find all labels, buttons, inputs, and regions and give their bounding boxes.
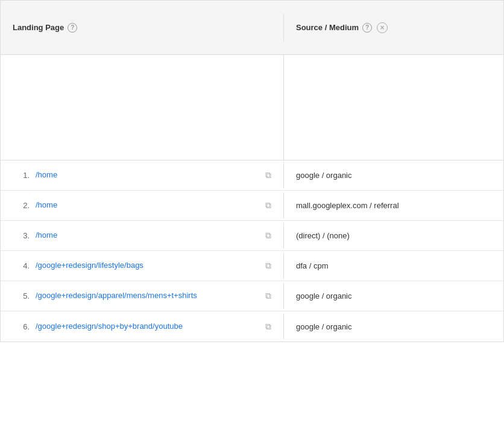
table-row: 2. /home ⧉ mall.googleplex.com / referra… [1,191,503,221]
source-medium-value: google / organic [296,322,352,331]
page-link[interactable]: /google+redesign/lifestyle/bags [36,260,260,271]
table-body: 1. /home ⧉ google / organic 2. /home ⧉ m… [1,160,503,341]
right-cell: mall.googleplex.com / referral [284,194,503,217]
landing-page-header: Landing Page ? [1,14,284,42]
source-medium-value: google / organic [296,291,352,300]
copy-icon[interactable]: ⧉ [265,200,271,211]
page-link[interactable]: /home [36,170,260,180]
table-row: 3. /home ⧉ (direct) / (none) [1,221,503,251]
left-cell: 5. /google+redesign/apparel/mens/mens+t+… [1,283,284,308]
landing-page-help-icon[interactable]: ? [68,23,77,33]
source-medium-value: google / organic [296,171,352,180]
row-number: 4. [13,261,30,270]
source-medium-help-icon[interactable]: ? [362,23,372,33]
right-cell: dfa / cpm [284,254,503,278]
empty-section [1,55,503,160]
table-row: 4. /google+redesign/lifestyle/bags ⧉ dfa… [1,251,503,281]
row-number: 1. [13,171,30,180]
copy-icon[interactable]: ⧉ [265,170,271,180]
left-cell: 2. /home ⧉ [1,192,284,218]
right-cell: google / organic [284,284,503,308]
copy-icon[interactable]: ⧉ [265,322,271,332]
right-cell: google / organic [284,315,503,338]
table-header: Landing Page ? Source / Medium ? × [1,1,503,55]
page-link[interactable]: /home [36,200,260,211]
empty-left [1,55,284,160]
table-row: 5. /google+redesign/apparel/mens/mens+t+… [1,281,503,311]
left-cell: 3. /home ⧉ [1,223,284,248]
right-cell: (direct) / (none) [284,224,503,247]
page-link[interactable]: /google+redesign/shop+by+brand/youtube [36,321,260,332]
row-number: 3. [13,231,30,240]
copy-icon[interactable]: ⧉ [265,261,271,271]
copy-icon[interactable]: ⧉ [265,230,271,241]
right-cell: google / organic [284,164,503,187]
left-cell: 6. /google+redesign/shop+by+brand/youtub… [1,314,284,339]
table-row: 1. /home ⧉ google / organic [1,160,503,191]
page-link[interactable]: /home [36,230,260,241]
row-number: 6. [13,322,30,331]
row-number: 2. [13,201,30,210]
copy-icon[interactable]: ⧉ [265,291,271,301]
source-medium-value: (direct) / (none) [296,231,350,240]
left-cell: 1. /home ⧉ [1,162,284,188]
source-medium-value: dfa / cpm [296,261,328,270]
table-row: 6. /google+redesign/shop+by+brand/youtub… [1,311,503,341]
source-medium-close-icon[interactable]: × [377,22,388,33]
left-cell: 4. /google+redesign/lifestyle/bags ⧉ [1,253,284,278]
empty-right [284,55,503,160]
source-medium-label: Source / Medium [296,23,359,32]
page-link[interactable]: /google+redesign/apparel/mens/mens+t+shi… [36,290,260,301]
row-number: 5. [13,291,30,300]
source-medium-header: Source / Medium ? × [284,13,503,42]
analytics-table: Landing Page ? Source / Medium ? × 1. /h… [0,0,504,342]
landing-page-label: Landing Page [13,23,64,32]
source-medium-value: mall.googleplex.com / referral [296,201,399,210]
